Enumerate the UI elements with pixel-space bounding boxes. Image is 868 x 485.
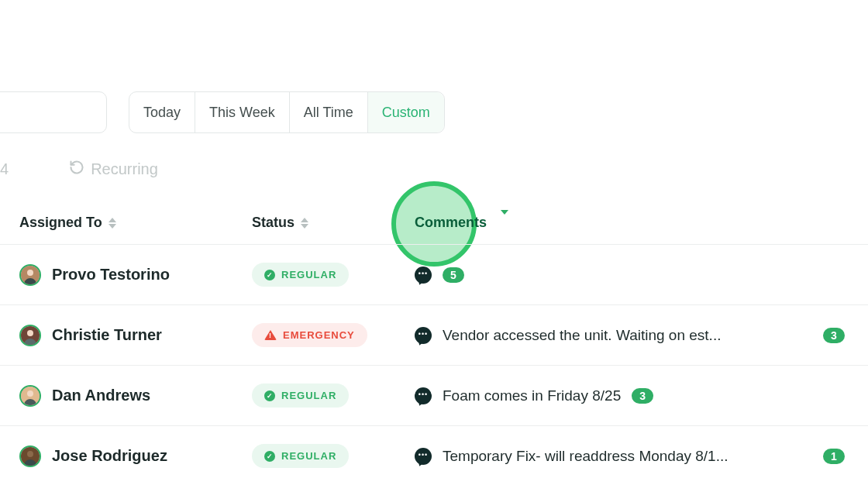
comment-cell[interactable]: ••• Temporary Fix- will readdress Monday… [415,448,868,465]
check-icon: ✓ [264,451,275,462]
assignee-name: Jose Rodriguez [52,447,167,465]
svg-point-1 [27,270,33,276]
status-badge: ✓ REGULAR [252,384,349,408]
tab-this-week[interactable]: This Week [195,92,290,132]
table-body: Provo Testorino ✓ REGULAR ••• 5 Christie… [0,245,868,485]
table-row[interactable]: Provo Testorino ✓ REGULAR ••• 5 [0,245,868,305]
assignee-name: Christie Turner [52,326,162,344]
status-text: REGULAR [281,269,336,280]
table-row[interactable]: Christie Turner EMERGENCY ••• Vendor acc… [0,305,868,366]
assignee-name: Dan Andrews [52,387,150,404]
check-icon: ✓ [264,390,275,401]
comment-cell[interactable]: ••• Vendor accessed the unit. Waiting on… [415,327,868,344]
status-text: EMERGENCY [283,329,355,341]
status-cell: ✓ REGULAR [252,263,415,287]
svg-point-7 [27,451,33,457]
comment-count: 3 [823,328,845,343]
comment-count: 1 [823,449,845,464]
sort-icon [301,218,308,229]
status-badge: EMERGENCY [252,323,367,347]
svg-point-5 [27,390,33,397]
assignee-cell: Jose Rodriguez [19,445,252,467]
comment-icon: ••• [415,387,432,404]
assignee-name: Provo Testorino [52,266,170,284]
comment-icon: ••• [415,327,432,344]
check-icon: ✓ [264,270,275,280]
col-assigned-to[interactable]: Assigned To [19,215,252,231]
svg-point-3 [27,330,33,336]
col-comments[interactable]: Comments [415,215,868,231]
status-cell: ✓ REGULAR [252,384,415,408]
warning-icon [264,330,277,340]
comment-text: Foam comes in Friday 8/25 [443,387,621,404]
table-row[interactable]: Dan Andrews ✓ REGULAR ••• Foam comes in … [0,366,868,426]
col-assigned-label: Assigned To [19,215,102,231]
tab-all-time[interactable]: All Time [290,92,368,132]
avatar [19,445,41,467]
status-cell: EMERGENCY [252,323,415,347]
sort-icon [108,218,116,229]
comment-text: Temporary Fix- will readdress Monday 8/1… [443,448,728,465]
recurring-label: Recurring [91,160,158,178]
date-range-tabs: Today This Week All Time Custom [129,91,445,133]
leading-count: 4 [0,160,9,178]
status-cell: ✓ REGULAR [252,444,415,468]
comment-count: 3 [632,388,653,404]
status-text: REGULAR [281,390,336,401]
comment-text: Vendor accessed the unit. Waiting on est… [443,327,721,344]
avatar [19,264,41,286]
col-comments-label: Comments [415,215,487,231]
assignee-cell: Provo Testorino [19,264,252,286]
status-badge: ✓ REGULAR [252,263,349,287]
status-badge: ✓ REGULAR [252,444,349,468]
secondary-filters: 4 Recurring [0,160,158,179]
comment-cell[interactable]: ••• Foam comes in Friday 8/25 3 [415,387,868,404]
col-status-label: Status [252,215,294,231]
table-header: Assigned To Status Comments [0,215,868,231]
sort-icon [501,215,508,231]
avatar [19,385,41,407]
table-row[interactable]: Jose Rodriguez ✓ REGULAR ••• Temporary F… [0,426,868,485]
top-controls: Today This Week All Time Custom [0,91,445,133]
col-status[interactable]: Status [252,215,415,231]
tab-today[interactable]: Today [129,92,195,132]
status-text: REGULAR [281,450,336,462]
undo-icon [69,160,84,179]
tab-custom[interactable]: Custom [368,92,444,132]
comment-cell[interactable]: ••• 5 [415,267,868,284]
filter-placeholder[interactable] [0,91,107,133]
comment-count: 5 [443,267,464,283]
assignee-cell: Dan Andrews [19,385,252,407]
recurring-filter[interactable]: Recurring [69,160,158,179]
avatar [19,325,41,346]
comment-icon: ••• [415,267,432,284]
assignee-cell: Christie Turner [19,325,252,346]
comment-icon: ••• [415,448,432,465]
